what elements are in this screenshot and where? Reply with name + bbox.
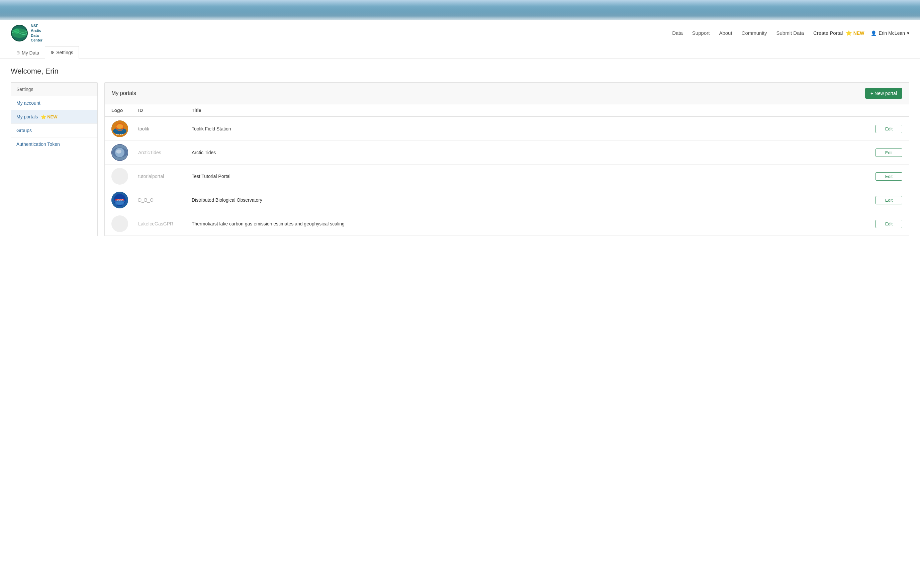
edit-button-dbo[interactable]: Edit [876,196,902,204]
table-row: LakeIceGasGPR Thermokarst lake carbon ga… [105,212,909,236]
sidebar-item-my-account[interactable]: My account [11,96,97,110]
edit-button-tutorial[interactable]: Edit [876,172,902,181]
dropdown-icon: ▾ [907,31,909,36]
star-icon: ⭐ [846,30,852,36]
logo-area: NSFArcticDataCenter [11,23,42,42]
nav-data[interactable]: Data [672,30,683,36]
portal-panel: My portals + New portal Logo ID Title [104,82,909,236]
svg-point-2 [14,28,19,34]
portal-id-lakeice: LakeIceGasGPR [138,221,192,227]
navbar: NSFArcticDataCenter Data Support About C… [0,20,920,46]
table-row: tutorialportal Test Tutorial Portal Edit [105,165,909,188]
edit-button-lakeice[interactable]: Edit [876,220,902,228]
logo-text: NSFArcticDataCenter [31,23,42,42]
svg-text:TOOLIK: TOOLIK [116,133,124,136]
gear-icon: ⚙ [50,50,54,55]
main-content: Welcome, Erin Settings My account My por… [0,59,920,244]
portal-logo-toolik: TOOLIK [112,120,128,137]
table-header: Logo ID Title [105,104,909,117]
portal-id-tutorial: tutorialportal [138,173,192,179]
table-row: ArcticTides Arctic Tides Edit [105,141,909,165]
content-layout: Settings My account My portals ⭐ NEW Gro… [11,82,909,236]
portal-logo-dbo: DBO [112,192,128,208]
portal-logo-arctic-tides [112,144,128,161]
nav-links: Data Support About Community Submit Data… [672,30,864,36]
welcome-title: Welcome, Erin [11,67,909,76]
nav-support[interactable]: Support [692,30,710,36]
sidebar-item-authentication-token[interactable]: Authentication Token [11,138,97,151]
portal-title-lakeice: Thermokarst lake carbon gas emission est… [192,221,876,227]
svg-point-12 [116,149,121,154]
tab-settings[interactable]: ⚙ Settings [45,46,79,59]
portal-title-toolik: Toolik Field Station [192,126,876,131]
table-row: TOOLIK toolik Toolik Field Station Edit [105,117,909,141]
new-badge: ⭐ NEW [41,114,58,120]
table-row: DBO D_B_O Distributed Biological Observa… [105,188,909,212]
sidebar-item-groups[interactable]: Groups [11,124,97,138]
portal-title-tutorial: Test Tutorial Portal [192,173,876,179]
user-menu[interactable]: 👤 Erin McLean ▾ [871,31,909,36]
nav-about[interactable]: About [719,30,732,36]
nav-create-portal[interactable]: Create Portal ⭐ NEW [813,30,864,36]
user-icon: 👤 [871,31,876,36]
edit-button-arctictides[interactable]: Edit [876,149,902,157]
sidebar-item-my-portals[interactable]: My portals ⭐ NEW [11,110,97,124]
portal-id-toolik: toolik [138,126,192,131]
new-portal-button[interactable]: + New portal [865,88,902,99]
portal-logo-lakeice [112,215,128,232]
portal-panel-header: My portals + New portal [105,83,909,104]
svg-point-7 [117,124,123,129]
portal-logo-tutorial [112,168,128,185]
portal-table: Logo ID Title TOOLIK [105,104,909,236]
sidebar: Settings My account My portals ⭐ NEW Gro… [11,82,98,236]
sidebar-section-title: Settings [11,83,97,96]
portal-panel-title: My portals [112,90,136,96]
portal-id-arctictides: ArcticTides [138,150,192,155]
portal-title-arctictides: Arctic Tides [192,150,876,155]
portal-id-dbo: D_B_O [138,198,192,203]
portal-title-dbo: Distributed Biological Observatory [192,198,876,203]
tabs-bar: ⊞ My Data ⚙ Settings [0,46,920,59]
site-logo [11,24,28,42]
edit-button-toolik[interactable]: Edit [876,125,902,133]
tab-my-data[interactable]: ⊞ My Data [11,46,45,59]
nav-community[interactable]: Community [742,30,767,36]
header-banner [0,0,920,20]
grid-icon: ⊞ [16,50,20,55]
user-name: Erin McLean [878,31,905,36]
nav-submit-data[interactable]: Submit Data [776,30,804,36]
